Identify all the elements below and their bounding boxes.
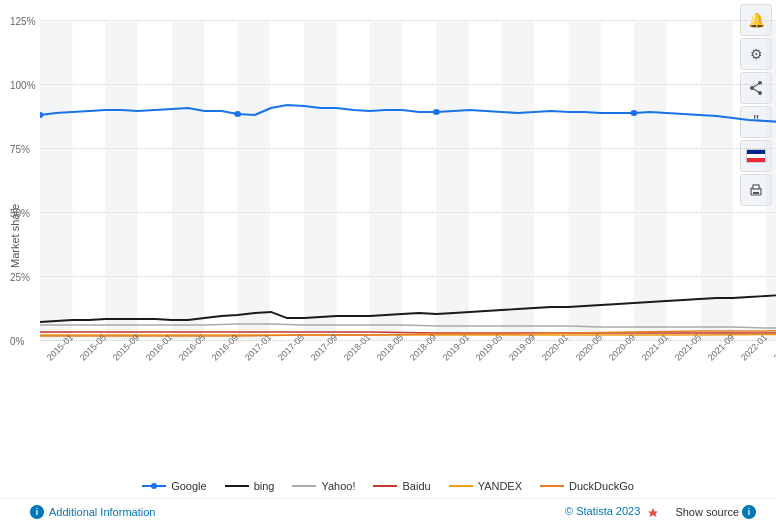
- legend-yandex-label: YANDEX: [478, 480, 522, 492]
- y-tick-100: 100%: [10, 80, 36, 91]
- svg-rect-12: [304, 20, 336, 340]
- chart-container: 🔔 ⚙ " Market share 125% 100% 75%: [0, 0, 776, 525]
- svg-rect-10: [172, 20, 204, 340]
- chart-inner: 125% 100% 75% 50% 25% 0%: [30, 0, 776, 472]
- show-source-button[interactable]: Show source i: [675, 505, 756, 519]
- svg-rect-11: [238, 20, 270, 340]
- additional-info-label[interactable]: Additional Information: [49, 506, 155, 518]
- additional-info-section[interactable]: i Additional Information: [30, 505, 155, 519]
- legend-google-label: Google: [171, 480, 206, 492]
- legend-baidu: Baidu: [373, 480, 430, 492]
- legend-duckduckgo: DuckDuckGo: [540, 480, 634, 492]
- legend-baidu-label: Baidu: [402, 480, 430, 492]
- svg-point-21: [234, 111, 241, 117]
- y-tick-0: 0%: [10, 336, 24, 347]
- chart-area: Market share 125% 100% 75% 50% 25% 0%: [0, 0, 776, 472]
- svg-rect-18: [701, 20, 733, 340]
- y-tick-125: 125%: [10, 16, 36, 27]
- x-labels-container: 2015-01 2015-05 2015-09 2016-01 2016-05 …: [40, 340, 776, 395]
- legend-yahoo: Yahoo!: [292, 480, 355, 492]
- legend-bing: bing: [225, 480, 275, 492]
- y-tick-25: 25%: [10, 272, 30, 283]
- legend-duckduckgo-label: DuckDuckGo: [569, 480, 634, 492]
- y-axis-label: Market share: [0, 0, 30, 472]
- chart-footer: i Additional Information © Statista 2023…: [0, 498, 776, 525]
- svg-rect-16: [569, 20, 601, 340]
- svg-rect-13: [370, 20, 402, 340]
- grid-area: 125% 100% 75% 50% 25% 0%: [40, 20, 776, 340]
- svg-rect-15: [502, 20, 534, 340]
- svg-point-23: [631, 110, 638, 116]
- y-tick-50: 50%: [10, 208, 30, 219]
- statista-credit: © Statista 2023: [565, 505, 659, 518]
- svg-point-22: [433, 109, 440, 115]
- show-source-info-icon: i: [742, 505, 756, 519]
- y-tick-75: 75%: [10, 144, 30, 155]
- legend-yahoo-label: Yahoo!: [321, 480, 355, 492]
- legend-bing-label: bing: [254, 480, 275, 492]
- legend-google: Google: [142, 480, 206, 492]
- chart-legend: Google bing Yahoo! Baidu YANDEX DuckDuck…: [0, 472, 776, 498]
- svg-rect-9: [105, 20, 137, 340]
- svg-rect-8: [40, 20, 72, 340]
- svg-point-26: [151, 483, 157, 489]
- svg-rect-14: [436, 20, 468, 340]
- footer-right: © Statista 2023 Show source i: [565, 505, 756, 519]
- chart-svg: [40, 20, 776, 340]
- info-icon: i: [30, 505, 44, 519]
- svg-rect-17: [634, 20, 666, 340]
- legend-yandex: YANDEX: [449, 480, 522, 492]
- svg-rect-19: [766, 20, 776, 340]
